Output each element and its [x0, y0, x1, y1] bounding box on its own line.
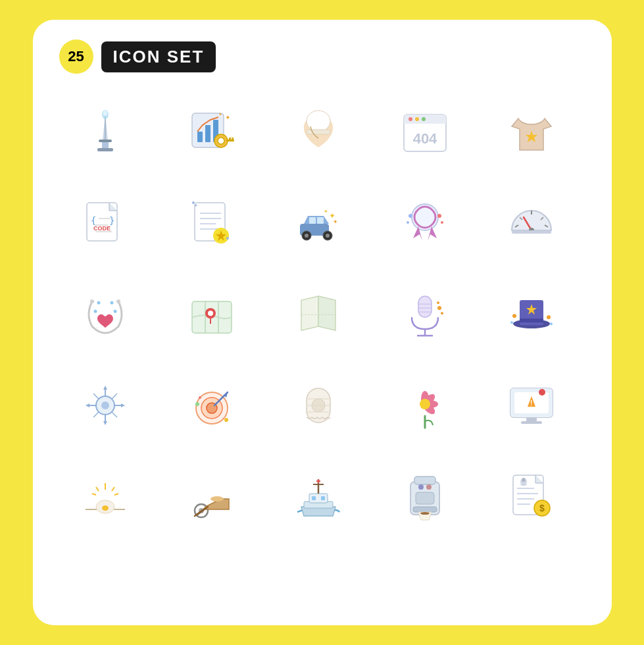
svg-line-150 — [92, 494, 96, 495]
icon-computer-error: ! — [485, 366, 578, 445]
icon-chart-key: ✦ ✦ — [166, 93, 258, 172]
svg-point-141 — [539, 389, 545, 396]
icon-tshirt — [485, 93, 578, 172]
svg-point-6 — [103, 111, 107, 116]
icon-microphone — [379, 275, 471, 354]
badge-number: 25 — [59, 39, 93, 74]
svg-point-74 — [97, 301, 100, 305]
svg-rect-70 — [512, 230, 551, 234]
svg-point-71 — [90, 299, 94, 303]
icon-chef-hat — [272, 93, 364, 172]
svg-point-133 — [420, 399, 430, 409]
svg-rect-1 — [97, 148, 113, 151]
icon-ribbon-badge — [379, 184, 471, 263]
svg-text:!: ! — [530, 400, 532, 407]
icon-map-fold — [272, 275, 364, 354]
icon-wheelbarrow — [166, 457, 258, 536]
svg-point-170 — [420, 512, 430, 515]
svg-point-46 — [195, 205, 197, 207]
icon-ship — [272, 457, 364, 536]
icon-document-star — [166, 184, 258, 263]
svg-rect-15 — [229, 138, 231, 140]
svg-point-62 — [441, 221, 443, 224]
svg-point-59 — [409, 214, 412, 218]
svg-point-92 — [437, 301, 439, 304]
svg-rect-159 — [321, 496, 325, 500]
icon-speedometer — [485, 184, 578, 263]
svg-point-168 — [426, 484, 432, 490]
svg-rect-49 — [309, 217, 316, 224]
svg-rect-50 — [317, 217, 324, 224]
svg-rect-165 — [414, 477, 435, 484]
svg-point-114 — [101, 401, 109, 409]
svg-point-25 — [415, 117, 419, 121]
icon-target — [166, 366, 258, 445]
svg-text:{: { — [91, 215, 96, 226]
svg-point-99 — [547, 315, 551, 319]
header: 25 ICON SET — [59, 39, 585, 74]
svg-point-181 — [522, 478, 526, 482]
icon-egg-sunrise — [59, 457, 151, 536]
svg-text:✦: ✦ — [225, 114, 230, 121]
svg-point-61 — [437, 214, 441, 218]
main-card: 25 ICON SET — [33, 20, 612, 625]
icon-map-pin — [166, 275, 258, 354]
svg-point-91 — [441, 312, 443, 315]
svg-point-100 — [550, 322, 553, 325]
svg-point-145 — [102, 505, 109, 511]
svg-point-12 — [218, 138, 224, 144]
svg-point-98 — [510, 321, 513, 324]
svg-point-122 — [199, 396, 201, 399]
svg-text:404: 404 — [412, 130, 437, 147]
header-title: ICON SET — [101, 41, 216, 72]
svg-marker-109 — [121, 403, 125, 407]
svg-rect-4 — [99, 140, 112, 142]
svg-rect-169 — [413, 507, 437, 512]
svg-point-24 — [409, 117, 412, 121]
svg-text:}: } — [109, 215, 114, 226]
svg-point-60 — [407, 221, 409, 224]
svg-point-120 — [224, 418, 228, 422]
svg-marker-103 — [103, 386, 107, 390]
svg-rect-84 — [418, 296, 432, 317]
svg-rect-138 — [521, 421, 542, 424]
svg-point-121 — [195, 402, 199, 406]
svg-line-110 — [93, 394, 99, 399]
icon-sword — [59, 93, 151, 172]
svg-rect-8 — [197, 132, 203, 142]
svg-point-58 — [412, 204, 438, 230]
svg-point-73 — [93, 310, 97, 313]
svg-line-112 — [93, 412, 99, 417]
icon-coffee-machine — [379, 457, 471, 536]
svg-point-81 — [208, 311, 213, 316]
svg-point-90 — [437, 306, 441, 310]
svg-rect-95 — [520, 319, 543, 322]
icon-code-file: { } CODE — [59, 184, 151, 263]
svg-point-72 — [116, 299, 120, 303]
svg-text:$: $ — [539, 503, 545, 513]
svg-point-54 — [326, 234, 330, 238]
svg-rect-13 — [226, 140, 234, 142]
svg-text:✦: ✦ — [333, 219, 338, 225]
svg-rect-158 — [312, 496, 316, 500]
svg-text:✦: ✦ — [218, 112, 222, 116]
svg-line-111 — [112, 394, 117, 399]
svg-point-97 — [512, 314, 516, 318]
svg-point-26 — [422, 117, 426, 121]
svg-rect-14 — [232, 138, 234, 140]
svg-text:CODE: CODE — [93, 225, 111, 232]
svg-point-19 — [307, 111, 330, 132]
svg-point-167 — [418, 484, 424, 490]
icon-toilet-paper — [272, 366, 364, 445]
svg-point-153 — [211, 496, 224, 502]
svg-text:✦: ✦ — [324, 209, 328, 215]
icons-grid: ✦ ✦ — [59, 93, 585, 536]
svg-rect-166 — [416, 492, 434, 504]
icon-virus — [59, 366, 151, 445]
svg-rect-20 — [307, 130, 330, 134]
icon-404: 404 — [379, 93, 471, 172]
svg-marker-107 — [86, 403, 89, 407]
icon-flower — [379, 366, 471, 445]
icon-necklace — [59, 275, 151, 354]
svg-rect-9 — [205, 125, 211, 142]
